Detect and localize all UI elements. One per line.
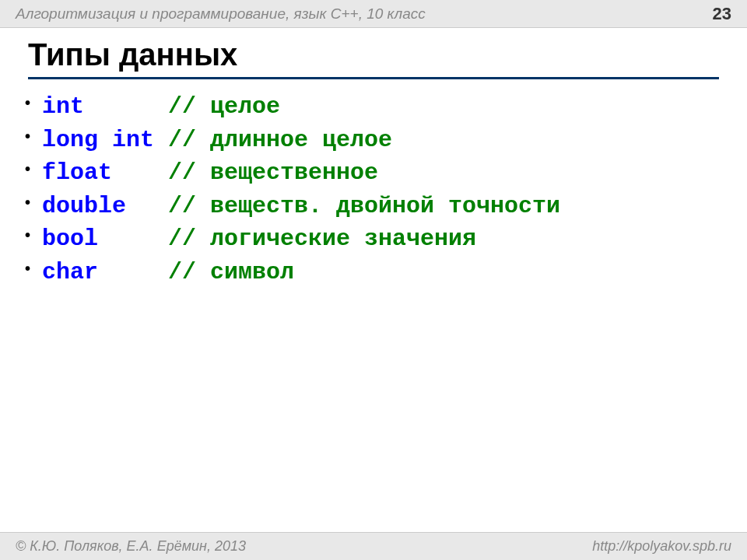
type-item: int // целое — [42, 90, 716, 124]
type-keyword: long int — [42, 127, 154, 153]
type-keyword: int — [42, 93, 154, 120]
footer-copyright: © К.Ю. Поляков, Е.А. Ерёмин, 2013 — [16, 538, 246, 555]
type-keyword: double — [42, 193, 154, 219]
type-item: long int // длинное целое — [42, 124, 716, 157]
type-comment: // символ — [154, 259, 294, 285]
type-comment: // целое — [168, 93, 280, 120]
type-item: float // вещественное — [42, 156, 716, 190]
footer-bar: © К.Ю. Поляков, Е.А. Ерёмин, 2013 http:/… — [0, 532, 747, 560]
content-area: int // целое long int // длинное целое f… — [0, 79, 747, 289]
type-list: int // целое long int // длинное целое f… — [42, 90, 716, 289]
page-number: 23 — [713, 4, 731, 24]
type-comment: // вещественное — [154, 159, 378, 186]
type-item: bool // логические значения — [42, 222, 716, 256]
type-comment: // логические значения — [154, 226, 476, 252]
type-keyword: char — [42, 259, 154, 285]
type-item: char // символ — [42, 256, 716, 289]
footer-url: http://kpolyakov.spb.ru — [592, 538, 731, 555]
type-comment: // длинное целое — [154, 127, 392, 153]
type-keyword: bool — [42, 226, 154, 252]
header-bar: Алгоритмизация и программирование, язык … — [0, 0, 747, 28]
type-comment: // веществ. двойной точности — [154, 193, 560, 219]
type-keyword: float — [42, 159, 154, 186]
slide-title: Типы данных — [28, 37, 719, 79]
header-title: Алгоритмизация и программирование, язык … — [16, 5, 426, 23]
type-item: double // веществ. двойной точности — [42, 190, 716, 223]
